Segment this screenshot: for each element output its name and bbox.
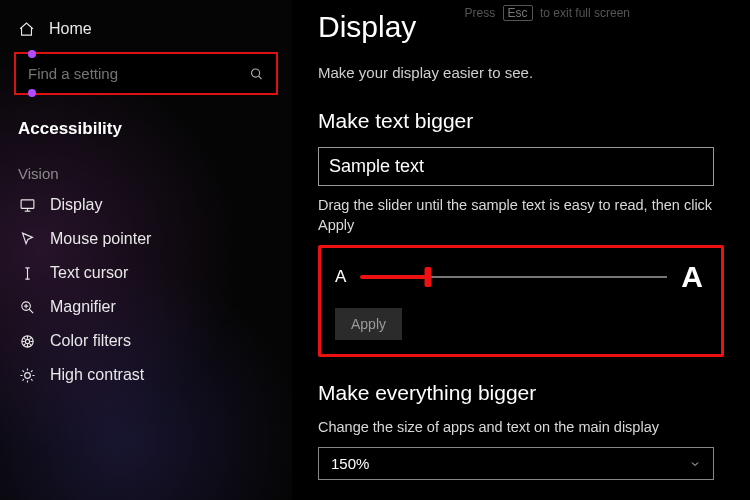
sidebar-item-label: Magnifier [50,298,116,316]
sidebar-item-display[interactable]: Display [0,188,292,222]
sidebar-item-magnifier[interactable]: Magnifier [0,290,292,324]
slider-instruction: Drag the slider until the sample text is… [318,196,718,235]
svg-line-1 [259,76,262,79]
sidebar-item-mouse-pointer[interactable]: Mouse pointer [0,222,292,256]
svg-point-0 [252,69,260,77]
sidebar-item-label: High contrast [50,366,144,384]
main-panel: Press Esc to exit full screen Display Ma… [292,0,750,500]
esc-key: Esc [503,5,533,21]
sidebar-item-label: Text cursor [50,264,128,282]
svg-line-6 [29,309,33,313]
mouse-pointer-icon [18,231,36,248]
sidebar: Home Accessibility Vision Display Mouse … [0,0,292,500]
apply-button[interactable]: Apply [335,308,402,340]
sidebar-item-color-filters[interactable]: Color filters [0,324,292,358]
svg-point-10 [25,339,29,343]
text-cursor-icon [18,265,36,282]
slider-max-label: A [681,260,703,294]
search-input[interactable] [16,54,276,93]
section-heading-everything-bigger: Make everything bigger [318,381,724,405]
page-subtitle: Make your display easier to see. [318,64,724,81]
scale-description: Change the size of apps and text on the … [318,419,724,435]
text-size-slider[interactable] [360,270,667,284]
sidebar-item-text-cursor[interactable]: Text cursor [0,256,292,290]
svg-point-11 [24,372,30,378]
section-heading-text-bigger: Make text bigger [318,109,724,133]
slider-thumb[interactable] [424,267,431,287]
group-label: Vision [0,157,292,188]
slider-min-label: A [335,267,346,287]
color-filters-icon [18,333,36,350]
scale-dropdown[interactable]: 150% [318,447,714,480]
sidebar-item-label: Mouse pointer [50,230,151,248]
exit-fullscreen-hint: Press Esc to exit full screen [465,6,630,20]
nav-home-label: Home [49,20,92,38]
sidebar-item-high-contrast[interactable]: High contrast [0,358,292,392]
scale-dropdown-value: 150% [331,455,369,472]
search-field[interactable] [14,52,278,95]
high-contrast-icon [18,367,36,384]
sample-text-box: Sample text [318,147,714,186]
nav-home[interactable]: Home [0,12,292,46]
home-icon [18,21,35,38]
svg-rect-2 [21,199,34,208]
sidebar-item-label: Color filters [50,332,131,350]
search-icon [249,66,264,81]
text-size-controls: A A Apply [318,245,724,357]
monitor-icon [18,197,36,214]
sidebar-item-label: Display [50,196,102,214]
chevron-down-icon [689,458,701,470]
category-title: Accessibility [0,113,292,157]
magnifier-icon [18,299,36,316]
